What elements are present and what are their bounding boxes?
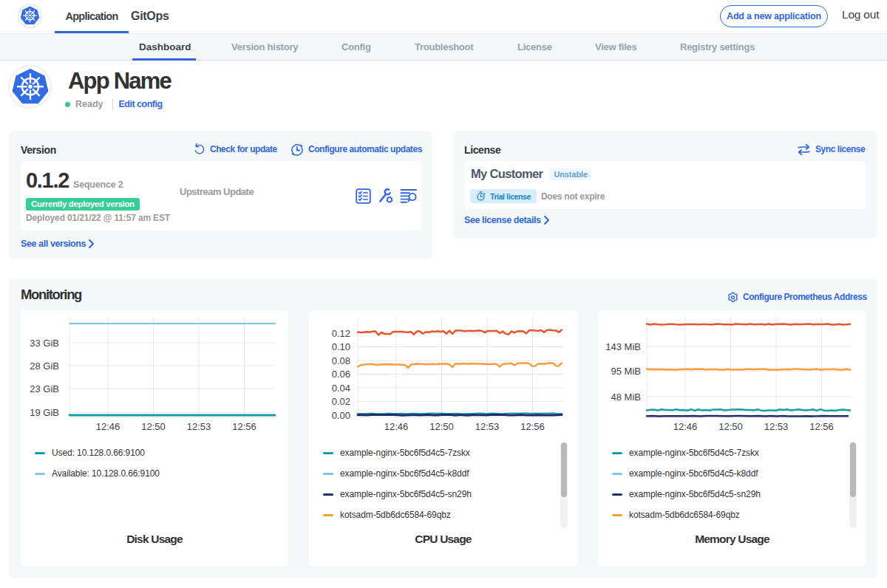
svg-text:23 GiB: 23 GiB [30,383,59,394]
svg-text:12:50: 12:50 [718,421,743,432]
svg-text:28 GiB: 28 GiB [30,360,59,372]
svg-text:12:50: 12:50 [429,421,454,432]
svg-text:12:53: 12:53 [475,421,500,432]
svg-text:48 MiB: 48 MiB [611,392,641,403]
svg-text:0.10: 0.10 [332,341,350,352]
svg-text:0.00: 0.00 [332,410,350,421]
svg-text:0.06: 0.06 [332,369,350,380]
svg-text:12:56: 12:56 [232,421,256,432]
svg-text:12:50: 12:50 [141,421,166,432]
svg-text:143 MiB: 143 MiB [605,341,641,352]
svg-text:12:53: 12:53 [764,421,789,432]
svg-text:12:56: 12:56 [809,421,834,432]
svg-text:12:46: 12:46 [384,421,409,432]
svg-text:19 GiB: 19 GiB [30,407,59,418]
svg-text:12:53: 12:53 [187,421,211,432]
svg-text:0.02: 0.02 [332,396,350,407]
svg-text:0.04: 0.04 [332,383,350,394]
svg-text:12:46: 12:46 [673,421,698,432]
svg-text:95 MiB: 95 MiB [611,366,641,377]
svg-text:0.08: 0.08 [332,355,350,366]
svg-text:0.12: 0.12 [332,328,350,339]
svg-text:33 GiB: 33 GiB [30,338,59,349]
svg-text:12:46: 12:46 [96,421,120,432]
svg-text:12:56: 12:56 [520,421,545,432]
